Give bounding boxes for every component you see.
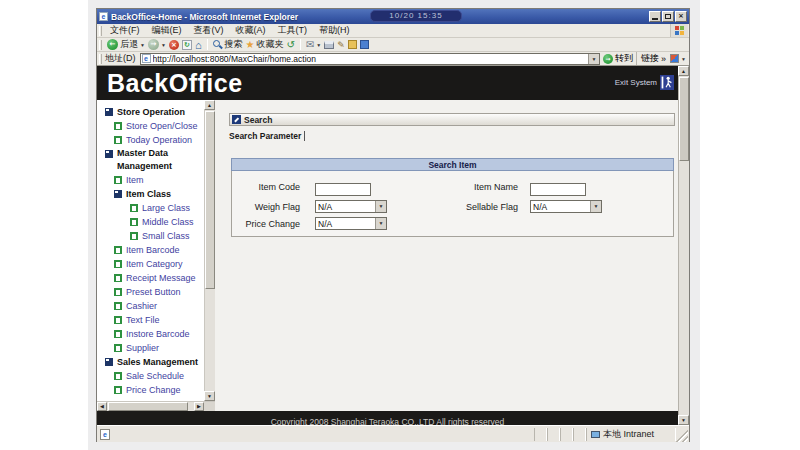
links-button[interactable]: 链接 »: [636, 52, 666, 65]
menu-item-0[interactable]: 文件(F): [104, 24, 146, 37]
sellable-flag-label: Sellable Flag: [460, 202, 518, 212]
weigh-flag-select[interactable]: N/A▼: [315, 200, 387, 213]
sidebar-item-sale-schedule[interactable]: Sale Schedule: [97, 369, 204, 383]
toolbar-grip: [99, 40, 102, 50]
forward-button[interactable]: → ▼: [148, 39, 166, 50]
scroll-thumb[interactable]: [679, 77, 689, 161]
scroll-thumb[interactable]: [205, 111, 215, 289]
back-button[interactable]: ← 后退 ▼: [107, 38, 145, 51]
module-bar-label: Search: [244, 115, 272, 125]
sidebar-item-label: Preset Button: [126, 285, 181, 299]
forward-icon: →: [148, 39, 159, 50]
sidebar-item-today-operation[interactable]: Today Operation: [97, 133, 204, 147]
sidebar-item-cashier[interactable]: Cashier: [97, 299, 204, 313]
chevron-down-icon[interactable]: ▼: [161, 42, 166, 48]
sidebar-item-receipt-message[interactable]: Receipt Message: [97, 271, 204, 285]
menu-item-5[interactable]: 帮助(H): [313, 24, 356, 37]
refresh-button[interactable]: ↻: [182, 40, 192, 50]
minimize-button[interactable]: [649, 11, 661, 22]
sellable-flag-select[interactable]: N/A▼: [530, 200, 602, 213]
item-code-input[interactable]: [315, 183, 371, 196]
chevron-down-icon[interactable]: ▼: [140, 42, 145, 48]
close-button[interactable]: ×: [675, 11, 687, 22]
edit-button[interactable]: ✎: [337, 40, 345, 50]
folder-icon: [114, 190, 122, 198]
menu-item-2[interactable]: 查看(V): [188, 24, 230, 37]
address-input[interactable]: [151, 54, 589, 64]
sidebar-item-item-barcode[interactable]: Item Barcode: [97, 243, 204, 257]
scroll-right-icon[interactable]: ▶: [194, 402, 204, 411]
sidebar-item-label: Large Class: [142, 201, 190, 215]
item-code-label: Item Code: [232, 182, 300, 192]
favorites-button[interactable]: ★ 收藏夹: [246, 38, 284, 51]
document-icon: [114, 344, 122, 352]
chevron-down-icon[interactable]: ▼: [316, 42, 321, 48]
sidebar-item-item[interactable]: Item: [97, 173, 204, 187]
chevron-down-icon[interactable]: ▼: [590, 201, 601, 212]
chevron-down-icon[interactable]: ▼: [681, 56, 686, 62]
discuss-button[interactable]: [348, 40, 357, 49]
menu-item-4[interactable]: 工具(T): [272, 24, 314, 37]
sidebar-item-text-file[interactable]: Text File: [97, 313, 204, 327]
page-vscrollbar[interactable]: ▲ ▼: [678, 66, 689, 425]
sidebar-item-large-class[interactable]: Large Class: [97, 201, 204, 215]
scroll-up-icon[interactable]: ▲: [204, 100, 215, 110]
sidebar-item-master-data-management[interactable]: Master Data Management: [97, 147, 204, 173]
search-button[interactable]: 搜索: [213, 38, 243, 51]
sidebar-item-preset-button[interactable]: Preset Button: [97, 285, 204, 299]
folder-icon: [105, 108, 113, 116]
sidebar-item-small-class[interactable]: Small Class: [97, 229, 204, 243]
scroll-left-icon[interactable]: ◀: [97, 402, 107, 411]
print-button[interactable]: [324, 41, 334, 49]
menu-item-3[interactable]: 收藏(A): [230, 24, 272, 37]
standard-toolbar: ← 后退 ▼ → ▼ × ↻ ⌂ 搜索 ★ 收藏夹 ↺ ✉ ▼ ✎: [97, 38, 689, 52]
sidebar-item-supplier[interactable]: Supplier: [97, 341, 204, 355]
resize-grip[interactable]: [676, 430, 688, 442]
mail-button[interactable]: ✉ ▼: [306, 40, 321, 50]
menu-item-1[interactable]: 编辑(E): [146, 24, 188, 37]
scroll-up-icon[interactable]: ▲: [678, 66, 689, 76]
document-icon: [114, 274, 122, 282]
go-button[interactable]: → 转到: [603, 52, 633, 65]
home-button[interactable]: ⌂: [195, 40, 202, 50]
address-dropdown-button[interactable]: ▼: [588, 54, 599, 64]
zone-label: 本地 Intranet: [603, 428, 654, 441]
history-button[interactable]: ↺: [287, 40, 295, 50]
document-icon: [130, 204, 138, 212]
scroll-thumb[interactable]: [108, 402, 188, 411]
ie-app-icon: e: [99, 12, 108, 21]
toolbar-grip: [99, 54, 102, 64]
document-icon: [114, 316, 122, 324]
scroll-down-icon[interactable]: ▼: [678, 415, 689, 425]
mail-icon: ✉: [306, 40, 314, 50]
chevron-down-icon[interactable]: ▼: [375, 201, 386, 212]
document-icon: [114, 288, 122, 296]
item-name-input[interactable]: [530, 183, 586, 196]
document-icon: [130, 218, 138, 226]
search-form-grid: Item CodeItem NameWeigh FlagN/A▼Sellable…: [232, 178, 673, 230]
sidebar-item-store-operation[interactable]: Store Operation: [97, 105, 204, 119]
search-label: 搜索: [225, 38, 243, 51]
price-change-select[interactable]: N/A▼: [315, 217, 387, 230]
toolbar-extension-icon[interactable]: [670, 54, 679, 63]
selected-value: N/A: [531, 202, 590, 212]
stop-button[interactable]: ×: [169, 40, 179, 50]
sidebar-hscrollbar[interactable]: ◀ ▶: [97, 401, 215, 411]
search-module-icon: [232, 115, 241, 124]
sidebar-item-store-open-close[interactable]: Store Open/Close: [97, 119, 204, 133]
sidebar-item-sales-management[interactable]: Sales Management: [97, 355, 204, 369]
restore-button[interactable]: [662, 11, 674, 22]
sidebar-item-middle-class[interactable]: Middle Class: [97, 215, 204, 229]
window-controls: ×: [649, 11, 687, 22]
sidebar-item-instore-barcode[interactable]: Instore Barcode: [97, 327, 204, 341]
exit-system-link[interactable]: Exit System: [615, 75, 674, 90]
scroll-down-icon[interactable]: ▼: [204, 391, 215, 401]
windows-logo: [670, 24, 688, 37]
tab-search-parameter[interactable]: Search Parameter: [229, 131, 305, 141]
messenger-button[interactable]: [360, 40, 369, 49]
sidebar-item-item-category[interactable]: Item Category: [97, 257, 204, 271]
sidebar-item-item-class[interactable]: Item Class: [97, 187, 204, 201]
sidebar-item-price-change[interactable]: Price Change: [97, 383, 204, 397]
sidebar-vscrollbar[interactable]: ▲ ▼: [204, 100, 215, 401]
chevron-down-icon[interactable]: ▼: [375, 218, 386, 229]
